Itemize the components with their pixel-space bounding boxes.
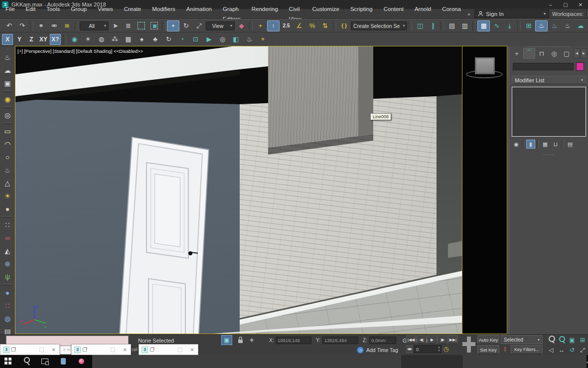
tab-motion[interactable] bbox=[548, 48, 560, 59]
layer-manager-icon[interactable]: ▾ bbox=[445, 20, 458, 31]
next-frame-button[interactable] bbox=[438, 335, 447, 344]
sun-icon[interactable]: ▾ bbox=[82, 34, 94, 45]
previous-frame-button[interactable] bbox=[417, 335, 427, 344]
task-view-button[interactable] bbox=[37, 355, 55, 368]
select-and-rotate-icon[interactable]: ▾ bbox=[180, 20, 192, 31]
rock-icon[interactable] bbox=[1, 258, 13, 270]
modifier-list-dropdown[interactable]: Modifier List ▾ bbox=[512, 76, 586, 84]
frame-buffer-icon[interactable] bbox=[1, 77, 13, 89]
percent-snap-icon[interactable]: ▾ bbox=[306, 20, 318, 31]
material-editor-icon[interactable]: ▾ bbox=[522, 20, 535, 31]
orbit-icon[interactable] bbox=[567, 345, 577, 355]
taskbar-folder-decor[interactable]: Decor bbox=[339, 355, 401, 368]
camera-icon[interactable]: ▾ bbox=[95, 34, 108, 45]
zoom-icon[interactable] bbox=[546, 335, 556, 345]
go-to-start-button[interactable] bbox=[406, 335, 416, 344]
start-button[interactable] bbox=[0, 355, 18, 368]
remove-modifier-icon[interactable] bbox=[551, 140, 560, 149]
sphere-icon[interactable] bbox=[1, 287, 13, 299]
scene-explorer-icon[interactable]: ▾ bbox=[458, 20, 471, 31]
key-step-icon[interactable]: ◀▶ bbox=[406, 345, 413, 353]
bind-to-space-warp-icon[interactable]: ▾ bbox=[61, 20, 73, 31]
restrict-y-button[interactable]: ▾ bbox=[14, 34, 25, 45]
camera-add-icon[interactable]: ▾ bbox=[216, 34, 229, 45]
taskbar-3dsmax[interactable]: GKKam.max - A... bbox=[401, 355, 463, 368]
rectangular-selection-icon[interactable]: ▾ bbox=[135, 20, 147, 31]
calculator-button[interactable] bbox=[55, 355, 74, 368]
pan-icon[interactable] bbox=[557, 345, 567, 355]
taskbar-preview-2[interactable]: 3 ✕ bbox=[139, 344, 198, 355]
preview-close-icon[interactable]: ✕ bbox=[190, 347, 194, 353]
select-by-name-icon[interactable]: ▾ bbox=[122, 20, 135, 31]
render-in-cloud-icon[interactable]: ▾ bbox=[574, 20, 587, 31]
undo-icon[interactable]: ▾ bbox=[3, 20, 15, 31]
taskbar-preview-1[interactable]: 3 ✕ bbox=[71, 344, 131, 355]
side-viewport[interactable] bbox=[463, 46, 507, 334]
frame-spinner[interactable]: ▲▼ bbox=[438, 346, 441, 353]
mirror-icon[interactable]: ▾ bbox=[414, 20, 426, 31]
menu-overflow-icon[interactable]: » bbox=[466, 11, 471, 17]
color-balls-icon[interactable] bbox=[1, 300, 13, 312]
taskbar-preview-3[interactable]: 3 ✕ bbox=[0, 344, 60, 355]
go-to-end-button[interactable] bbox=[448, 335, 458, 344]
taskbar-autocad[interactable]: Autodesk AutoC... bbox=[463, 355, 525, 368]
object-color-swatch[interactable] bbox=[576, 62, 584, 71]
named-selection-dropdown[interactable]: Create Selection Se▾ bbox=[351, 21, 407, 30]
restrict-x-query-button[interactable]: ▾ bbox=[50, 34, 61, 45]
photos-button[interactable] bbox=[74, 355, 92, 368]
redo-icon[interactable]: ▾ bbox=[16, 20, 28, 31]
modifier-stack[interactable] bbox=[512, 87, 586, 137]
bulb-icon[interactable]: ▾ bbox=[257, 34, 269, 45]
search-button[interactable] bbox=[18, 355, 37, 368]
sign-in-button[interactable]: Sign In ▾ bbox=[474, 9, 549, 18]
preview-maximize-icon[interactable] bbox=[111, 348, 115, 352]
current-frame-field[interactable]: 0 ▲▼ bbox=[414, 345, 441, 353]
restrict-x-button[interactable]: ▾ bbox=[2, 34, 13, 45]
box-target-icon[interactable]: ▾ bbox=[189, 34, 202, 45]
x-coord-field[interactable]: 19518,149 bbox=[276, 337, 311, 344]
selection-filter-dropdown[interactable]: All▾ bbox=[80, 21, 109, 30]
toolbar-drag-handle[interactable]: ┉ bbox=[6, 48, 8, 50]
corona-render-icon[interactable] bbox=[1, 51, 13, 63]
edit-named-selection-sets-icon[interactable]: ▾ bbox=[338, 20, 350, 31]
preview-maximize-icon[interactable] bbox=[39, 348, 44, 352]
select-object-icon[interactable]: ▾ bbox=[109, 20, 122, 31]
set-key-mode-icon[interactable]: ⁑ bbox=[501, 345, 509, 354]
zoom-all-icon[interactable] bbox=[557, 335, 567, 345]
pin-stack-icon[interactable] bbox=[512, 140, 521, 149]
object-name-field[interactable] bbox=[513, 63, 574, 70]
add-time-tag[interactable]: ◷ Add Time Tag bbox=[357, 347, 398, 354]
taskbar-folder-t[interactable]: T bbox=[154, 355, 216, 368]
snaps-toggle-icon[interactable]: ▾ bbox=[254, 20, 267, 31]
show-end-result-icon[interactable] bbox=[526, 140, 535, 149]
field-of-view-icon[interactable] bbox=[546, 345, 556, 355]
teapot-icon[interactable]: ▾ bbox=[243, 34, 256, 45]
layers-pie-icon[interactable]: ▾ bbox=[176, 34, 188, 45]
cycle-icon[interactable]: ▾ bbox=[162, 34, 175, 45]
render-setup-icon[interactable]: ▾ bbox=[535, 20, 548, 31]
ribbon-toggle-icon[interactable]: ▾ bbox=[477, 20, 490, 31]
curve-editor-icon[interactable]: ▾ bbox=[490, 20, 503, 31]
grass-icon[interactable] bbox=[1, 271, 13, 283]
table-icon[interactable]: ▾ bbox=[122, 34, 135, 45]
taskbar-photoshop[interactable]: аку.jpg @ 99,2%... bbox=[525, 355, 587, 368]
select-and-move-icon[interactable]: ▾ bbox=[167, 20, 179, 31]
schematic-view-icon[interactable]: ▾ bbox=[503, 20, 516, 31]
scatter-icon[interactable] bbox=[1, 219, 13, 231]
set-key-button[interactable]: Set Key bbox=[477, 345, 499, 354]
key-filters-button[interactable]: Key Filters... bbox=[511, 345, 543, 354]
restrict-z-button[interactable]: ▾ bbox=[26, 34, 37, 45]
maximize-button[interactable]: ▢ bbox=[558, 0, 573, 9]
play-button[interactable] bbox=[427, 335, 437, 344]
disc-icon[interactable] bbox=[1, 203, 13, 215]
light-icon[interactable]: ▾ bbox=[68, 34, 81, 45]
pyramid-icon[interactable] bbox=[1, 245, 13, 257]
tab-create[interactable] bbox=[511, 48, 523, 59]
light-lister-icon[interactable] bbox=[1, 93, 13, 105]
taskbar-folder-new[interactable]: Новая папка (2) bbox=[278, 355, 339, 368]
dome-light-icon[interactable] bbox=[1, 138, 13, 150]
cone-icon[interactable] bbox=[1, 177, 13, 189]
zoom-extents-icon[interactable] bbox=[567, 335, 577, 345]
zoom-extents-all-icon[interactable] bbox=[578, 335, 588, 345]
key-mode-dropdown[interactable]: Selected ▾ bbox=[501, 335, 543, 344]
